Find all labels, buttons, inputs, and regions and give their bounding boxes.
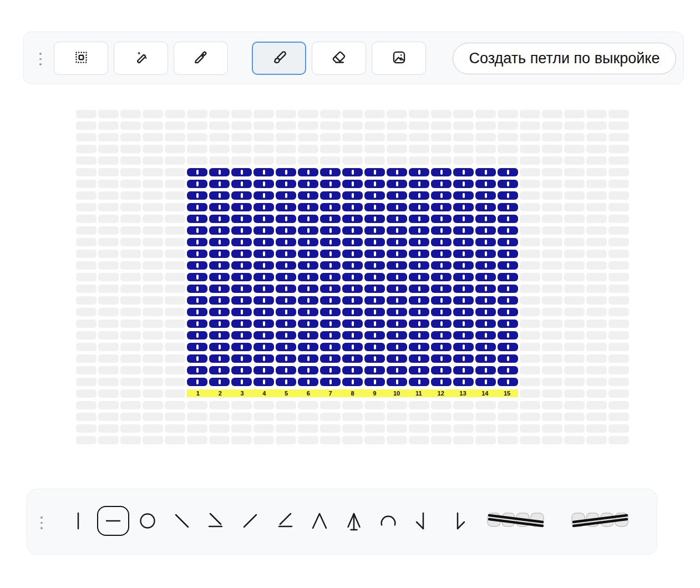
stitch-cell[interactable] (453, 261, 474, 270)
empty-cell[interactable] (165, 133, 185, 141)
empty-cell[interactable] (276, 121, 296, 130)
empty-cell[interactable] (586, 296, 607, 305)
empty-cell[interactable] (542, 261, 562, 270)
empty-cell[interactable] (520, 343, 540, 351)
empty-cell[interactable] (76, 331, 97, 339)
stitch-cell[interactable] (431, 168, 452, 176)
empty-cell[interactable] (520, 180, 540, 188)
empty-cell[interactable] (608, 180, 629, 188)
empty-cell[interactable] (143, 320, 163, 328)
stitch-cell[interactable] (453, 180, 474, 188)
empty-cell[interactable] (165, 273, 185, 281)
stitch-cell[interactable] (342, 250, 363, 258)
empty-cell[interactable] (564, 133, 585, 141)
stitch-cell[interactable] (231, 331, 252, 339)
empty-cell[interactable] (143, 354, 163, 363)
empty-cell[interactable] (98, 226, 119, 235)
stitch-cell[interactable] (253, 354, 274, 363)
stitch-cell[interactable] (431, 261, 452, 270)
empty-cell[interactable] (187, 413, 207, 421)
empty-cell[interactable] (542, 110, 562, 118)
empty-cell[interactable] (542, 121, 562, 130)
empty-cell[interactable] (253, 133, 274, 141)
empty-cell[interactable] (298, 110, 318, 118)
empty-cell[interactable] (76, 238, 97, 246)
empty-cell[interactable] (165, 366, 185, 374)
empty-cell[interactable] (542, 401, 562, 409)
empty-cell[interactable] (143, 436, 163, 444)
empty-cell[interactable] (520, 191, 540, 200)
empty-cell[interactable] (520, 354, 540, 363)
stitch-cell[interactable] (409, 320, 429, 328)
empty-cell[interactable] (120, 273, 141, 281)
stitch-cell[interactable] (320, 191, 341, 200)
empty-cell[interactable] (276, 436, 296, 444)
empty-cell[interactable] (520, 389, 540, 398)
stitch-cell[interactable] (253, 308, 274, 316)
empty-cell[interactable] (143, 203, 163, 211)
stitch-cell[interactable] (187, 180, 207, 188)
stitch-cell[interactable] (320, 250, 341, 258)
empty-cell[interactable] (608, 320, 629, 328)
symbol-yarn-over[interactable] (135, 509, 160, 533)
empty-cell[interactable] (564, 413, 585, 421)
empty-cell[interactable] (143, 110, 163, 118)
empty-cell[interactable] (209, 121, 230, 130)
empty-cell[interactable] (498, 110, 518, 118)
empty-cell[interactable] (120, 285, 141, 293)
empty-cell[interactable] (165, 285, 185, 293)
empty-cell[interactable] (498, 145, 518, 153)
empty-cell[interactable] (98, 168, 119, 176)
empty-cell[interactable] (76, 413, 97, 421)
empty-cell[interactable] (409, 121, 429, 130)
stitch-cell[interactable] (364, 261, 385, 270)
stitch-cell[interactable] (253, 215, 274, 223)
empty-cell[interactable] (586, 320, 607, 328)
empty-cell[interactable] (320, 133, 341, 141)
stitch-cell[interactable] (387, 308, 407, 316)
empty-cell[interactable] (564, 285, 585, 293)
stitch-cell[interactable] (364, 250, 385, 258)
empty-cell[interactable] (76, 168, 97, 176)
empty-cell[interactable] (76, 366, 97, 374)
stitch-cell[interactable] (276, 180, 296, 188)
empty-cell[interactable] (165, 110, 185, 118)
empty-cell[interactable] (520, 296, 540, 305)
stitch-cell[interactable] (475, 261, 496, 270)
empty-cell[interactable] (542, 168, 562, 176)
empty-cell[interactable] (542, 354, 562, 363)
empty-cell[interactable] (120, 424, 141, 433)
empty-cell[interactable] (520, 261, 540, 270)
eraser-tool-button[interactable] (312, 42, 366, 75)
empty-cell[interactable] (608, 389, 629, 398)
empty-cell[interactable] (608, 261, 629, 270)
stitch-cell[interactable] (387, 331, 407, 339)
stitch-cell[interactable] (409, 378, 429, 386)
empty-cell[interactable] (76, 215, 97, 223)
empty-cell[interactable] (608, 145, 629, 153)
empty-cell[interactable] (298, 424, 318, 433)
stitch-cell[interactable] (187, 366, 207, 374)
stitch-cell[interactable] (498, 308, 518, 316)
stitch-cell[interactable] (364, 320, 385, 328)
empty-cell[interactable] (564, 354, 585, 363)
stitch-cell[interactable] (409, 296, 429, 305)
symbol-arc[interactable] (376, 509, 400, 533)
empty-cell[interactable] (98, 366, 119, 374)
stitch-cell[interactable] (320, 261, 341, 270)
stitch-cell[interactable] (231, 296, 252, 305)
stitch-cell[interactable] (187, 203, 207, 211)
stitch-cell[interactable] (342, 203, 363, 211)
empty-cell[interactable] (187, 110, 207, 118)
empty-cell[interactable] (98, 110, 119, 118)
stitch-cell[interactable] (498, 273, 518, 281)
empty-cell[interactable] (608, 250, 629, 258)
stitch-cell[interactable] (498, 331, 518, 339)
empty-cell[interactable] (143, 389, 163, 398)
stitch-cell[interactable] (475, 273, 496, 281)
empty-cell[interactable] (76, 110, 97, 118)
stitch-cell[interactable] (453, 238, 474, 246)
empty-cell[interactable] (586, 285, 607, 293)
empty-cell[interactable] (165, 401, 185, 409)
stitch-cell[interactable] (431, 331, 452, 339)
